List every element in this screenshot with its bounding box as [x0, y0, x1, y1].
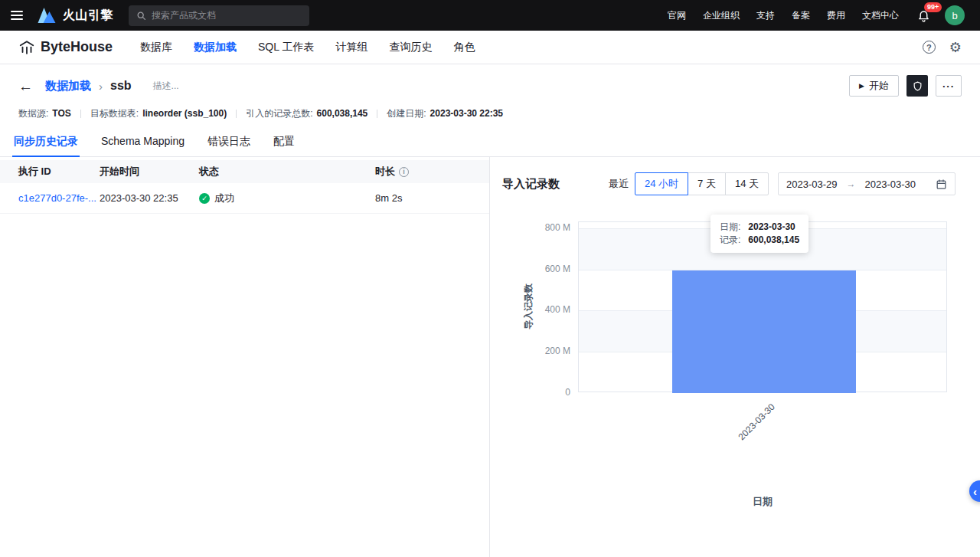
hamburger-menu-button[interactable] [0, 0, 34, 31]
notification-badge: 99+ [924, 2, 942, 12]
date-to: 2023-03-30 [865, 179, 916, 190]
arrow-right-icon: → [847, 179, 856, 189]
content: 执行 ID 开始时间 状态 时长 i c1e277d0-27fe-... 202… [0, 157, 980, 557]
tab-config[interactable]: 配置 [272, 127, 296, 156]
execution-id-link[interactable]: c1e277d0-27fe-... [18, 192, 100, 204]
main-nav: 数据库 数据加载 SQL 工作表 计算组 查询历史 角色 [140, 41, 475, 54]
col-start-time: 开始时间 [100, 165, 199, 179]
breadcrumb-separator-icon: › [99, 80, 103, 93]
page-header: ← 数据加载 › ssb 描述... ▶ 开始 ··· [0, 67, 980, 104]
nav-query-history[interactable]: 查询历史 [389, 41, 432, 54]
col-status: 状态 [199, 165, 375, 179]
settings-gear-button[interactable]: ⚙ [949, 41, 962, 54]
chevron-left-icon: ‹ [973, 485, 977, 498]
divider [377, 110, 377, 118]
range-option-7d[interactable]: 7 天 [688, 172, 726, 195]
nav-databases[interactable]: 数据库 [140, 41, 172, 54]
topbar-link-support[interactable]: 支持 [756, 9, 775, 22]
start-time-cell: 2023-03-30 22:35 [100, 192, 199, 204]
notifications-button[interactable]: 99+ [917, 8, 931, 22]
topbar-search-input[interactable]: 搜索产品或文档 [129, 5, 309, 26]
info-icon[interactable]: i [399, 167, 409, 177]
detail-tabs: 同步历史记录 Schema Mapping 错误日志 配置 [0, 127, 980, 157]
topbar-link-official-site[interactable]: 官网 [668, 9, 686, 22]
y-tick-label: 400 M [509, 304, 570, 315]
table-header: 执行 ID 开始时间 状态 时长 i [0, 160, 489, 183]
more-actions-button[interactable]: ··· [936, 75, 962, 97]
bytehouse-brand-text: ByteHouse [41, 39, 113, 55]
range-label: 最近 [609, 177, 629, 191]
permission-button[interactable] [906, 75, 928, 97]
col-duration: 时长 i [375, 165, 471, 179]
nav-roles[interactable]: 角色 [453, 41, 475, 54]
meta-data-source: 数据源: TOS [18, 107, 71, 120]
chart-title: 导入记录数 [502, 177, 560, 192]
search-icon [136, 11, 146, 21]
import-records-panel: 导入记录数 最近 24 小时 7 天 14 天 2023-03-29 → 202… [490, 157, 980, 557]
y-tick-label: 600 M [509, 264, 570, 274]
calendar-icon [936, 179, 947, 190]
start-button-label: 开始 [869, 79, 889, 93]
tooltip-records-row: 记录: 600,038,145 [720, 234, 799, 247]
topbar-link-enterprise-org[interactable]: 企业组织 [703, 9, 740, 22]
tab-sync-history[interactable]: 同步历史记录 [12, 127, 80, 156]
range-option-14d[interactable]: 14 天 [725, 172, 769, 195]
nav-sql-worksheet[interactable]: SQL 工作表 [258, 41, 314, 54]
status-label: 成功 [214, 192, 234, 205]
sync-history-panel: 执行 ID 开始时间 状态 时长 i c1e277d0-27fe-... 202… [0, 157, 490, 557]
page-title: ssb [110, 79, 132, 93]
date-from: 2023-03-29 [786, 179, 838, 190]
col-execution-id: 执行 ID [18, 165, 100, 179]
back-button[interactable]: ← [18, 79, 33, 93]
volcengine-topbar: 火山引擎 搜索产品或文档 官网 企业组织 支持 备案 费用 文档中心 99+ b [0, 0, 980, 31]
duration-cell: 8m 2s [375, 192, 471, 204]
start-button[interactable]: ▶ 开始 [849, 75, 899, 97]
date-range-picker[interactable]: 2023-03-29 → 2023-03-30 [778, 172, 956, 195]
bytehouse-logo[interactable]: ByteHouse [18, 39, 113, 56]
tooltip-date-row: 日期: 2023-03-30 [720, 221, 799, 234]
bytehouse-header: ByteHouse 数据库 数据加载 SQL 工作表 计算组 查询历史 角色 ?… [0, 31, 980, 64]
tab-error-log[interactable]: 错误日志 [206, 127, 252, 156]
play-icon: ▶ [859, 83, 864, 90]
import-records-chart: 导入记录数 800 M 600 M 400 M 200 M 0 日期: 2023… [490, 210, 980, 532]
chart-tooltip: 日期: 2023-03-30 记录: 600,038,145 [710, 215, 808, 253]
bar-2023-03-30[interactable] [672, 270, 856, 393]
range-segmented-control: 24 小时 7 天 14 天 [635, 172, 769, 195]
breadcrumb-link-data-loading[interactable]: 数据加载 [45, 79, 91, 93]
bytehouse-logo-icon [18, 39, 35, 56]
nav-data-loading[interactable]: 数据加载 [194, 41, 237, 54]
y-tick-label: 800 M [509, 222, 570, 233]
topbar-link-billing[interactable]: 费用 [827, 9, 845, 22]
table-row[interactable]: c1e277d0-27fe-... 2023-03-30 22:35 ✓ 成功 … [0, 183, 489, 214]
page-actions: ▶ 开始 ··· [849, 75, 962, 97]
search-placeholder: 搜索产品或文档 [152, 9, 216, 22]
meta-created-date: 创建日期: 2023-03-30 22:35 [387, 107, 503, 120]
meta-total-records: 引入的记录总数: 600,038,145 [246, 107, 368, 120]
topbar-link-docs-center[interactable]: 文档中心 [862, 9, 899, 22]
description-placeholder[interactable]: 描述... [153, 80, 179, 93]
volcengine-logo-icon [37, 8, 57, 23]
divider [80, 110, 81, 118]
x-axis-title: 日期 [578, 495, 947, 509]
y-tick-label: 0 [509, 387, 570, 398]
user-avatar[interactable]: b [945, 5, 965, 25]
divider [236, 110, 237, 118]
success-icon: ✓ [199, 193, 210, 204]
topbar-link-icp-filing[interactable]: 备案 [792, 9, 810, 22]
range-option-24h[interactable]: 24 小时 [635, 172, 688, 195]
hamburger-icon [11, 11, 23, 12]
nav-compute-groups[interactable]: 计算组 [335, 41, 368, 54]
x-tick-label: 2023-03-30 [726, 401, 776, 452]
volcengine-logo[interactable]: 火山引擎 [37, 8, 113, 24]
help-button[interactable]: ? [923, 41, 936, 54]
y-tick-label: 200 M [509, 346, 570, 356]
shield-icon [913, 80, 923, 92]
tab-schema-mapping[interactable]: Schema Mapping [100, 127, 186, 156]
topbar-links: 官网 企业组织 支持 备案 费用 文档中心 [668, 9, 899, 22]
status-cell: ✓ 成功 [199, 192, 375, 205]
volcengine-brand-text: 火山引擎 [63, 8, 113, 24]
meta-target-table: 目标数据表: lineorder (ssb_100) [90, 107, 227, 120]
header-actions: ? ⚙ [923, 41, 962, 54]
job-metadata: 数据源: TOS 目标数据表: lineorder (ssb_100) 引入的记… [0, 106, 980, 121]
chart-controls: 最近 24 小时 7 天 14 天 2023-03-29 → 2023-03-3… [609, 172, 956, 195]
